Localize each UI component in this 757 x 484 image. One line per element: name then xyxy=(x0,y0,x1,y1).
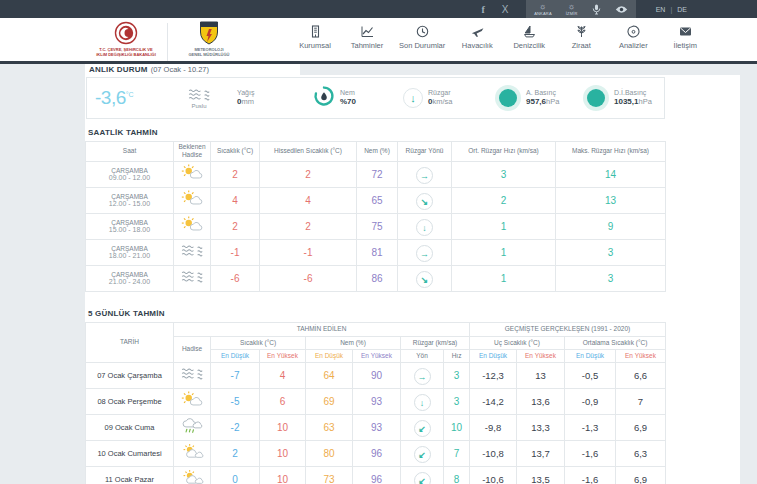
humidity-cell: 65 xyxy=(357,187,398,213)
weather-condition-icon xyxy=(174,388,211,414)
facebook-icon[interactable]: f xyxy=(472,4,494,15)
max-wind-cell: 9 xyxy=(556,213,666,239)
hourly-row: ÇARŞAMBA09.00 - 12.002272→314 xyxy=(86,161,666,187)
temperature-cell: 2 xyxy=(211,213,260,239)
city-weather-shortcut-izmir[interactable]: ☼ İZMİR xyxy=(566,3,578,16)
extreme-max-cell: 13,6 xyxy=(517,388,565,414)
mgm-logo[interactable]: METEOROLOJİ GENEL MÜDÜRLÜĞÜ xyxy=(178,21,240,57)
plane-icon xyxy=(471,25,484,38)
humidity-max-cell: 96 xyxy=(353,440,401,466)
average-min-cell: -1,6 xyxy=(565,440,616,466)
humidity-gauge-icon xyxy=(313,85,335,111)
nav-item-analizler[interactable]: Analizler xyxy=(613,25,653,50)
weather-condition-icon xyxy=(174,265,211,291)
date-cell: 09 Ocak Cuma xyxy=(86,414,174,440)
hourly-row: ÇARŞAMBA18.00 - 21.00-1-181→13 xyxy=(86,239,666,265)
wind-direction-cell: ↙ xyxy=(401,414,444,440)
sun-icon: ☼ xyxy=(539,3,546,11)
wind-direction-cell: ↘ xyxy=(398,187,452,213)
current-sea-level-pressure: D.İ.Basınç 1035,1hPa xyxy=(583,89,652,108)
humidity-cell: 72 xyxy=(357,161,398,187)
daily-section-title: 5 GÜNLÜK TAHMİN xyxy=(88,309,740,318)
wind-speed-cell: 10 xyxy=(444,414,470,440)
humidity-max-cell: 93 xyxy=(353,388,401,414)
extreme-min-cell: -10,6 xyxy=(470,466,517,484)
topbar: f X ☼ ANKARA ☼ İZMİR EN | DE xyxy=(0,0,757,18)
x-twitter-icon[interactable]: X xyxy=(494,4,516,15)
content-card: -3,6°C Puslu Yağış 0mm Nem %70 ↓ Rüzgar xyxy=(85,75,740,484)
feels-like-cell: 2 xyxy=(260,161,357,187)
temperature-cell: 2 xyxy=(211,161,260,187)
wind-direction-cell: ↓ xyxy=(401,388,444,414)
nav-label: Havacılık xyxy=(462,41,493,50)
hourly-row: ÇARŞAMBA21.00 - 24.00-6-686↘13 xyxy=(86,265,666,291)
wind-direction-cell: ↙ xyxy=(401,466,444,484)
site-header: T.C. ÇEVRE, ŞEHİRCİLİK VE İKLİM DEĞİŞİKL… xyxy=(0,18,757,61)
city-weather-shortcut-ankara[interactable]: ☼ ANKARA xyxy=(534,3,552,16)
weather-condition-icon xyxy=(174,239,211,265)
temp-max-cell: 4 xyxy=(260,362,306,388)
average-max-cell: 6,9 xyxy=(616,414,666,440)
nav-item-denizcilik[interactable]: Denizcilik xyxy=(509,25,549,50)
time-slot: ÇARŞAMBA21.00 - 24.00 xyxy=(86,265,174,291)
average-max-cell: 6,6 xyxy=(616,362,666,388)
nav-item-son-durumlar[interactable]: Son Durumlar xyxy=(399,25,445,50)
main-nav: KurumsalTahminlerSon DurumlarHavacılıkDe… xyxy=(295,25,705,50)
wind-arrow-icon: ↓ xyxy=(414,394,431,411)
avg-wind-cell: 1 xyxy=(452,265,556,291)
average-min-cell: -0,5 xyxy=(565,362,616,388)
daily-forecast-table: TARİH TAHMİN EDİLEN GEÇMİŞTE GERÇEKLEŞEN… xyxy=(85,322,666,484)
language-switch: EN | DE xyxy=(656,6,687,13)
hourly-row: ÇARŞAMBA15.00 - 18.002275↓19 xyxy=(86,213,666,239)
temperature-cell: 4 xyxy=(211,187,260,213)
average-min-cell: -1,6 xyxy=(565,466,616,484)
nav-item-tahminler[interactable]: Tahminler xyxy=(347,25,387,50)
wind-direction-cell: → xyxy=(401,362,444,388)
temp-min-cell: -5 xyxy=(211,388,260,414)
temp-min-cell: 2 xyxy=(211,440,260,466)
lang-de[interactable]: DE xyxy=(677,6,687,13)
nav-label: Ziraat xyxy=(572,41,591,50)
weather-condition-icon xyxy=(174,362,211,388)
extreme-min-cell: -9,8 xyxy=(470,414,517,440)
wind-arrow-icon: → xyxy=(416,245,433,262)
nav-item-ziraat[interactable]: Ziraat xyxy=(561,25,601,50)
humidity-min-cell: 63 xyxy=(306,414,353,440)
fog-icon xyxy=(188,87,211,102)
avg-wind-cell: 1 xyxy=(452,239,556,265)
microphone-icon[interactable] xyxy=(592,4,601,15)
wind-arrow-icon: ↙ xyxy=(414,420,431,437)
accessibility-eye-icon[interactable] xyxy=(615,5,628,14)
avg-wind-cell: 3 xyxy=(452,161,556,187)
date-cell: 10 Ocak Cumartesi xyxy=(86,440,174,466)
lang-en[interactable]: EN xyxy=(656,6,666,13)
wind-direction-cell: ↓ xyxy=(398,213,452,239)
nav-label: Kurumsal xyxy=(299,41,331,50)
weather-condition-icon xyxy=(174,440,211,466)
clock-icon xyxy=(416,25,429,38)
hourly-row: ÇARŞAMBA12.00 - 15.004465↘213 xyxy=(86,187,666,213)
extreme-min-cell: -14,2 xyxy=(470,388,517,414)
weather-condition-icon xyxy=(174,414,211,440)
weather-condition-icon xyxy=(174,187,211,213)
wind-direction-cell: ↙ xyxy=(401,440,444,466)
nav-item-i-leti-im[interactable]: İletişim xyxy=(665,25,705,50)
nav-item-kurumsal[interactable]: Kurumsal xyxy=(295,25,335,50)
ministry-logo[interactable]: T.C. ÇEVRE, ŞEHİRCİLİK VE İKLİM DEĞİŞİKL… xyxy=(95,21,157,57)
nav-item-havac-l-k[interactable]: Havacılık xyxy=(457,25,497,50)
extreme-min-cell: -12,3 xyxy=(470,362,517,388)
wheat-icon xyxy=(575,25,588,38)
mail-icon xyxy=(679,25,692,38)
mgm-shield-icon xyxy=(199,21,219,45)
wind-arrow-icon: ↙ xyxy=(414,446,431,463)
temp-max-cell: 10 xyxy=(260,440,306,466)
feels-like-cell: -6 xyxy=(260,265,357,291)
weather-condition-icon xyxy=(174,466,211,484)
weather-condition-icon xyxy=(174,213,211,239)
nav-label: İletişim xyxy=(674,41,697,50)
temperature-cell: -1 xyxy=(211,239,260,265)
wind-arrow-icon: → xyxy=(416,167,433,184)
feels-like-cell: 2 xyxy=(260,213,357,239)
humidity-min-cell: 80 xyxy=(306,440,353,466)
humidity-max-cell: 96 xyxy=(353,466,401,484)
